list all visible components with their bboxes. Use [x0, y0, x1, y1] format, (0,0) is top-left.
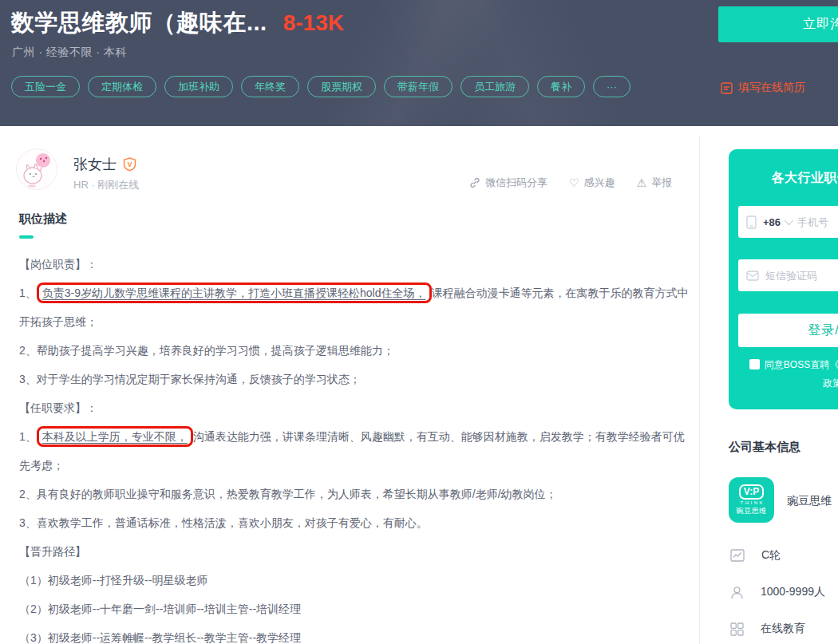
- chevron-down-icon: [785, 216, 793, 225]
- description-line: 2、具有良好的教师职业操守和服务意识，热爱教育教学工作，为人师表，希望长期从事教…: [19, 480, 694, 508]
- benefit-tag: 带薪年假: [384, 76, 453, 97]
- description-line: 开拓孩子思维；: [19, 307, 694, 336]
- description-line: 先考虑；: [19, 451, 694, 480]
- country-code-select[interactable]: +86: [763, 216, 791, 228]
- description-line: 1、本科及以上学历，专业不限，沟通表达能力强，讲课条理清晰、风趣幽默，有互动、能…: [19, 422, 694, 451]
- envelope-icon: [746, 271, 759, 281]
- description-line: （3）初级老师--运筹帷幄--教学组长--教学主管--教学经理: [19, 623, 694, 644]
- login-panel-heading: 各大行业职位任你挑选: [729, 170, 838, 187]
- login-panel: 各大行业职位任你挑选 +86 登录/注册 同意BOSS直聘《用户协议》和《隐私 …: [729, 149, 838, 409]
- description-line: 1、负责3-9岁幼儿数学思维课程的主讲教学，打造小班直播授课轻松hold住全场，…: [19, 279, 694, 307]
- login-button[interactable]: 登录/注册: [738, 314, 838, 347]
- more-tags-pill[interactable]: ···: [593, 76, 630, 97]
- agreement-text: 同意BOSS直聘《用户协议》和《隐私 政策》: [738, 356, 838, 393]
- benefit-tags: 五险一金 定期体检 加班补助 年终奖 股票期权 带薪年假 员工旅游 餐补 ···: [11, 76, 630, 97]
- wechat-share-action[interactable]: 微信扫码分享: [469, 176, 547, 190]
- company-size-row: 1000-9999人: [730, 585, 825, 599]
- chat-now-button[interactable]: 立即沟通: [718, 6, 838, 42]
- funding-stage-row: C轮: [730, 548, 781, 563]
- agreement-checkbox[interactable]: [749, 359, 760, 369]
- highlight-annotation: 本科及以上学历，专业不限，: [37, 426, 193, 447]
- description-line: 3、对于学生的学习情况定期于家长保持沟通，反馈孩子的学习状态；: [19, 365, 694, 393]
- description-line: （2）初级老师--十年磨一剑--培训师--培训主管--培训经理: [19, 595, 694, 623]
- warning-icon: ⚠: [637, 177, 647, 188]
- benefit-tag: 年终奖: [241, 76, 299, 97]
- company-logo-think: THINK: [738, 500, 765, 505]
- phone-input[interactable]: [797, 216, 838, 228]
- recruiter-meta: HR · 刚刚在线: [73, 178, 139, 192]
- mobile-phone-icon: [746, 215, 757, 229]
- description-line: 2、帮助孩子提高学习兴趣，培养良好的学习习惯，提高孩子逻辑思维能力；: [19, 336, 694, 365]
- report-action[interactable]: ⚠ 举报: [637, 176, 673, 190]
- heading-accent-bar: [19, 235, 34, 239]
- description-line: 3、喜欢教学工作，普通话标准，性格活泼，喜欢小朋友，对孩子有爱心，有耐心。: [19, 508, 694, 537]
- company-logo-cn: 豌豆思维: [737, 506, 767, 516]
- link-icon: [469, 177, 480, 188]
- fill-resume-link[interactable]: 填写在线简历: [721, 81, 805, 95]
- benefit-tag: 定期体检: [88, 76, 156, 97]
- recruiter-avatar: [16, 148, 57, 190]
- job-description: 【岗位职责】： 1、负责3-9岁幼儿数学思维课程的主讲教学，打造小班直播授课轻松…: [19, 250, 694, 644]
- company-size-icon: [730, 586, 744, 599]
- recruiter-name: 张女士: [73, 155, 117, 174]
- phone-input-group: +86: [738, 206, 838, 238]
- svg-text:V: V: [127, 160, 132, 168]
- description-line: 【晋升路径】: [19, 537, 694, 566]
- job-title: 数学思维教师（趣味在...: [11, 7, 267, 39]
- company-logo-vip: V:P: [739, 484, 764, 500]
- benefit-tag: 五险一金: [11, 76, 80, 97]
- interested-action[interactable]: ♡ 感兴趣: [569, 176, 615, 190]
- benefit-tag: 餐补: [537, 76, 585, 97]
- job-header: 数学思维教师（趣味在... 8-13K 广州 · 经验不限 · 本科 五险一金 …: [0, 0, 838, 126]
- job-salary: 8-13K: [283, 10, 344, 36]
- highlight-annotation: 负责3-9岁幼儿数学思维课程的主讲教学，打造小班直播授课轻松hold住全场，: [37, 282, 432, 303]
- sms-code-input[interactable]: [765, 270, 838, 282]
- funding-stage-icon: [730, 549, 745, 562]
- benefit-tag: 加班补助: [164, 76, 233, 97]
- description-line: 【岗位职责】：: [19, 250, 694, 279]
- heart-icon: ♡: [569, 177, 579, 188]
- verified-badge-icon: V: [123, 157, 136, 172]
- benefit-tag: 员工旅游: [461, 76, 529, 97]
- resume-form-icon: [721, 82, 733, 94]
- company-name[interactable]: 豌豆思维: [787, 494, 832, 508]
- company-info-heading: 公司基本信息: [729, 440, 800, 455]
- company-logo[interactable]: V:P THINK 豌豆思维: [729, 477, 774, 523]
- job-description-heading: 职位描述: [19, 211, 67, 227]
- content-divider: [699, 136, 700, 644]
- industry-icon: [730, 622, 744, 636]
- description-line: （1）初级老师--打怪升级--明星级老师: [19, 566, 694, 595]
- benefit-tag: 股票期权: [307, 76, 376, 97]
- industry-row: 在线教育: [730, 622, 805, 636]
- job-meta: 广州 · 经验不限 · 本科: [12, 45, 127, 60]
- description-line: 【任职要求】：: [19, 393, 694, 422]
- sms-input-group: [738, 259, 838, 291]
